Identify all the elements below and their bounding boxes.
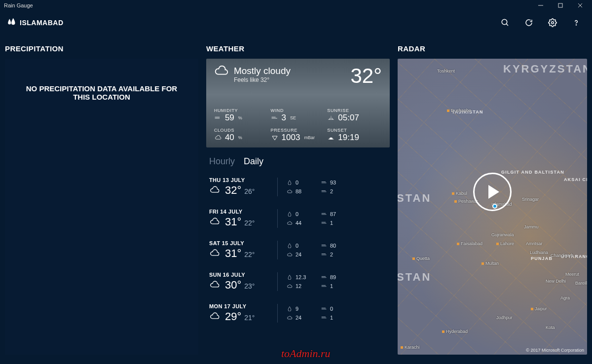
forecast-low: 22° (244, 219, 255, 227)
forecast-clouds: 12 (287, 283, 321, 289)
current-weather-card: Mostly cloudy Feels like 32° 32° HUMIDIT… (206, 59, 390, 147)
forecast-rain: 12.3 (287, 274, 321, 280)
stat-sunrise: SUNRISE 05:07 (327, 108, 382, 123)
map-region-label: AKSAI CH (564, 177, 587, 182)
forecast-high: 31° (225, 247, 241, 260)
precipitation-panel: NO PRECIPITATION DATA AVAILABLE FOR THIS… (5, 59, 198, 355)
radar-heading: RADAR (398, 44, 587, 53)
condition-text: Mostly cloudy (234, 66, 291, 76)
cloud-icon (209, 312, 220, 323)
current-temperature: 32° (351, 66, 382, 86)
forecast-clouds: 88 (287, 188, 321, 194)
forecast-date: MON 17 JULY (209, 303, 268, 309)
forecast-clouds: 24 (287, 315, 321, 321)
forecast-wind-lo: 2 (321, 188, 351, 194)
map-city-label: Toshkent (437, 69, 455, 73)
window-titlebar: Rain Gauge (0, 0, 592, 11)
location-name: ISLAMABAD (20, 19, 64, 27)
svg-point-7 (576, 25, 576, 25)
daily-forecast-row[interactable]: SAT 15 JULY31°22°080242 (209, 235, 390, 265)
forecast-high: 32° (225, 184, 241, 197)
help-button[interactable] (570, 17, 582, 29)
svg-point-4 (502, 19, 507, 25)
forecast-wind-hi: 0 (321, 306, 351, 312)
forecast-low: 23° (244, 282, 255, 290)
stat-wind: WIND 3SE (271, 108, 326, 123)
forecast-rain: 0 (287, 211, 321, 217)
current-location-dot (492, 204, 497, 209)
stat-sunset: SUNSET 19:19 (327, 128, 382, 143)
forecast-wind-lo: 1 (321, 315, 351, 321)
forecast-high: 29° (225, 310, 241, 323)
forecast-rain: 9 (287, 306, 321, 312)
svg-line-5 (506, 24, 508, 26)
daily-forecast-list: THU 13 JULY32°26°093882FRI 14 JULY31°22°… (206, 172, 390, 328)
radar-map[interactable]: KYRGYZSTAN STAN STAN TAJIKISTAN GILGIT A… (398, 59, 587, 355)
refresh-button[interactable] (523, 17, 535, 29)
precipitation-heading: PRECIPITATION (5, 44, 198, 53)
cloud-icon (209, 218, 220, 228)
cloud-icon (209, 186, 220, 196)
map-country-label: STAN (398, 271, 431, 284)
forecast-low: 26° (244, 187, 255, 195)
forecast-wind-lo: 2 (321, 252, 351, 257)
daily-forecast-row[interactable]: SUN 16 JULY30°23°12.389121 (209, 266, 390, 297)
forecast-rain: 0 (287, 180, 321, 185)
forecast-date: FRI 14 JULY (209, 209, 268, 215)
forecast-wind-hi: 89 (321, 274, 351, 280)
map-country-label: STAN (398, 192, 431, 205)
stat-pressure: PRESSURE 1003mBar (271, 128, 326, 143)
map-country-label: KYRGYZSTAN (503, 63, 587, 75)
forecast-wind-hi: 93 (321, 180, 351, 185)
forecast-high: 31° (225, 216, 241, 228)
window-minimize-button[interactable] (531, 0, 551, 11)
cloud-icon (209, 249, 220, 259)
window-close-button[interactable] (570, 0, 590, 11)
watermark: toAdmin.ru (281, 347, 331, 360)
window-maximize-button[interactable] (551, 0, 570, 11)
forecast-wind-lo: 1 (321, 283, 351, 289)
map-credit: © 2017 Microsoft Corporation (526, 348, 584, 353)
feels-like-text: Feels like 32° (234, 76, 291, 83)
forecast-clouds: 44 (287, 220, 321, 226)
forecast-clouds: 24 (287, 252, 321, 257)
forecast-low: 21° (244, 314, 255, 322)
svg-rect-1 (558, 3, 562, 7)
map-region-label: PUNJAB (531, 256, 553, 261)
forecast-date: SUN 16 JULY (209, 272, 268, 278)
tab-hourly[interactable]: Hourly (209, 156, 235, 167)
app-header: ISLAMABAD (0, 11, 592, 35)
forecast-wind-hi: 80 (321, 243, 351, 249)
cloud-icon (209, 281, 220, 291)
forecast-date: THU 13 JULY (209, 177, 268, 183)
window-title: Rain Gauge (4, 2, 33, 8)
daily-forecast-row[interactable]: FRI 14 JULY31°22°087441 (209, 203, 390, 234)
forecast-low: 22° (244, 251, 255, 258)
drop-icon (7, 18, 16, 28)
stat-humidity: HUMIDITY 59% (214, 108, 269, 123)
cloud-icon (214, 66, 229, 79)
daily-forecast-row[interactable]: THU 13 JULY32°26°093882 (209, 172, 390, 202)
forecast-wind-lo: 1 (321, 220, 351, 226)
forecast-wind-hi: 87 (321, 211, 351, 217)
play-icon (488, 185, 499, 199)
tab-daily[interactable]: Daily (244, 156, 263, 167)
search-button[interactable] (499, 17, 511, 29)
settings-button[interactable] (547, 17, 558, 29)
forecast-rain: 0 (287, 243, 321, 249)
forecast-high: 30° (225, 279, 241, 291)
stat-clouds: CLOUDS 40% (214, 128, 269, 143)
svg-point-6 (552, 22, 554, 24)
location-selector[interactable]: ISLAMABAD (7, 18, 64, 28)
daily-forecast-row[interactable]: MON 17 JULY29°21°90241 (209, 298, 390, 328)
map-region-label: GILGIT AND BALTISTAN (501, 170, 564, 175)
precipitation-empty-message: NO PRECIPITATION DATA AVAILABLE FOR THIS… (18, 84, 185, 101)
forecast-date: SAT 15 JULY (209, 240, 268, 246)
svg-marker-13 (272, 136, 277, 140)
weather-heading: WEATHER (206, 44, 390, 53)
